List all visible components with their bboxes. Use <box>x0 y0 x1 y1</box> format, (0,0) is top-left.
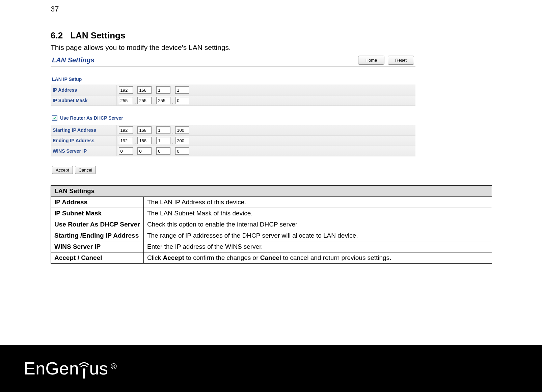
accept-button[interactable]: Accept <box>52 166 73 174</box>
brand-logo: EnGen us ® <box>24 358 117 379</box>
ip-address-input-group: . . . <box>119 86 414 94</box>
reset-button[interactable]: Reset <box>388 56 414 65</box>
divider <box>51 66 415 67</box>
desc-key: IP Subnet Mask <box>51 208 144 219</box>
dhcp-checkbox[interactable]: ✓ <box>52 115 57 121</box>
starting-ip-octet-4[interactable] <box>175 126 189 134</box>
wins-ip-octet-1[interactable] <box>119 147 133 155</box>
desc-key: IP Address <box>51 197 144 208</box>
brand-prefix: EnGen <box>24 358 79 379</box>
desc-val: Check this option to enable the internal… <box>144 219 492 230</box>
label-starting-ip: Starting IP Address <box>51 125 116 135</box>
table-row: IP Subnet MaskThe LAN Subnet Mask of thi… <box>51 208 492 219</box>
lan-settings-screenshot: LAN Settings Home Reset LAN IP Setup IP … <box>51 56 415 174</box>
description-table: LAN Settings IP AddressThe LAN IP Addres… <box>51 185 492 264</box>
ending-ip-octet-4[interactable] <box>175 137 189 144</box>
ending-ip-octet-2[interactable] <box>137 137 152 144</box>
brand-suffix: us <box>89 358 108 379</box>
panel-title: LAN Settings <box>52 56 94 64</box>
table-row: Use Router As DHCP ServerCheck this opti… <box>51 219 492 230</box>
starting-ip-octet-2[interactable] <box>137 126 152 134</box>
desc-val: Click Accept to confirm the changes or C… <box>144 252 492 264</box>
lan-ip-setup-label: LAN IP Setup <box>52 77 415 82</box>
registered-icon: ® <box>111 362 117 371</box>
ip-address-octet-4[interactable] <box>175 86 189 94</box>
wins-ip-octet-2[interactable] <box>137 147 152 155</box>
row-ip-address: IP Address . . . <box>51 85 415 95</box>
table-row: WINS Server IPEnter the IP address of th… <box>51 241 492 252</box>
starting-ip-input-group: . . . <box>119 126 414 134</box>
row-ip-subnet: IP Subnet Mask . . . <box>51 95 415 106</box>
wifi-icon <box>79 359 89 379</box>
wins-ip-octet-4[interactable] <box>175 147 189 155</box>
desc-val: The LAN Subnet Mask of this device. <box>144 208 492 219</box>
desc-header: LAN Settings <box>51 186 492 197</box>
footer: EnGen us ® <box>0 345 542 392</box>
page-number: 37 <box>51 5 491 13</box>
ip-subnet-input-group: . . . <box>119 97 414 104</box>
label-wins-server: WINS Server IP <box>51 146 116 156</box>
ip-subnet-octet-4[interactable] <box>175 97 189 104</box>
home-button[interactable]: Home <box>358 56 384 65</box>
svg-point-1 <box>83 368 85 371</box>
table-row: Starting /Ending IP AddressThe range of … <box>51 230 492 241</box>
desc-key: WINS Server IP <box>51 241 144 252</box>
desc-key: Accept / Cancel <box>51 252 144 264</box>
section-heading: 6.2LAN Settings <box>51 30 491 41</box>
label-ending-ip: Ending IP Address <box>51 135 116 146</box>
label-ip-address: IP Address <box>51 85 116 95</box>
row-starting-ip: Starting IP Address . . . <box>51 125 415 135</box>
table-row: IP AddressThe LAN IP Address of this dev… <box>51 197 492 208</box>
starting-ip-octet-3[interactable] <box>156 126 170 134</box>
svg-rect-0 <box>83 371 85 379</box>
label-ip-subnet: IP Subnet Mask <box>51 95 116 106</box>
check-icon: ✓ <box>53 116 57 120</box>
desc-key: Use Router As DHCP Server <box>51 219 144 230</box>
ip-subnet-octet-1[interactable] <box>119 97 133 104</box>
row-ending-ip: Ending IP Address . . . <box>51 135 415 146</box>
intro-text: This page allows you to modify the devic… <box>51 43 491 52</box>
desc-key: Starting /Ending IP Address <box>51 230 144 241</box>
table-row: Accept / CancelClick Accept to confirm t… <box>51 252 492 264</box>
ip-subnet-octet-2[interactable] <box>137 97 152 104</box>
ip-address-octet-3[interactable] <box>156 86 170 94</box>
ending-ip-octet-1[interactable] <box>119 137 133 144</box>
desc-val: The range of IP addresses of the DHCP se… <box>144 230 492 241</box>
desc-val: Enter the IP address of the WINS server. <box>144 241 492 252</box>
cancel-button[interactable]: Cancel <box>75 166 96 174</box>
wins-ip-input-group: . . . <box>119 147 414 155</box>
wins-ip-octet-3[interactable] <box>156 147 170 155</box>
section-number: 6.2 <box>51 30 63 41</box>
row-wins-server: WINS Server IP . . . <box>51 146 415 156</box>
ip-address-octet-2[interactable] <box>137 86 152 94</box>
ending-ip-octet-3[interactable] <box>156 137 170 144</box>
ip-subnet-octet-3[interactable] <box>156 97 170 104</box>
desc-val: The LAN IP Address of this device. <box>144 197 492 208</box>
ending-ip-input-group: . . . <box>119 137 414 144</box>
section-title: LAN Settings <box>70 30 125 40</box>
starting-ip-octet-1[interactable] <box>119 126 133 134</box>
ip-address-octet-1[interactable] <box>119 86 133 94</box>
dhcp-checkbox-label: Use Router As DHCP Server <box>60 115 123 121</box>
